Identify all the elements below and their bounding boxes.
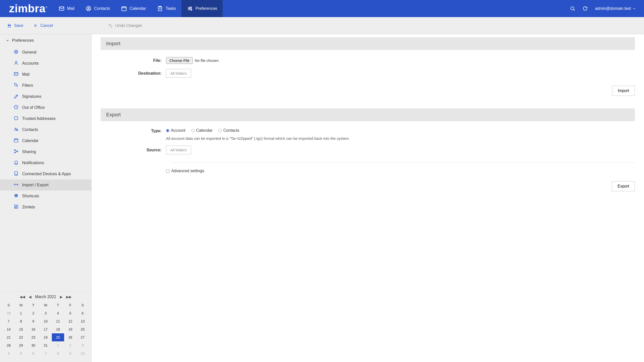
export-type-option-calendar[interactable]: Calendar bbox=[191, 128, 213, 133]
import-destination-button[interactable]: All folders bbox=[166, 69, 191, 78]
sidebar-item-notifications[interactable]: Notifications bbox=[0, 157, 91, 168]
calendar-day[interactable]: 25 bbox=[52, 333, 64, 341]
calendar-day[interactable]: 20 bbox=[76, 325, 89, 333]
sidebar-item-mail[interactable]: Mail bbox=[0, 69, 91, 80]
sidebar-item-import-export[interactable]: Import / Export bbox=[0, 179, 91, 191]
sidebar-heading[interactable]: Preferences bbox=[0, 34, 91, 47]
export-type-option-label: Contacts bbox=[223, 128, 239, 133]
accounts-icon bbox=[14, 60, 19, 66]
import-actions: Import bbox=[101, 81, 635, 96]
advanced-settings-input[interactable] bbox=[166, 169, 169, 173]
calendar-day[interactable]: 6 bbox=[27, 349, 39, 357]
calendar-day[interactable]: 18 bbox=[52, 325, 64, 333]
calendar-day[interactable]: 31 bbox=[39, 341, 52, 349]
calendar-day[interactable]: 8 bbox=[15, 317, 27, 325]
sidebar-item-out-of-office[interactable]: Out of Office bbox=[0, 102, 91, 113]
calendar-day[interactable]: 28 bbox=[3, 341, 15, 349]
save-icon bbox=[7, 23, 12, 28]
calendar-day[interactable]: 2 bbox=[64, 341, 76, 349]
calendar-day[interactable]: 1 bbox=[15, 309, 27, 317]
undo-icon bbox=[108, 23, 113, 28]
sidebar-item-label: General bbox=[22, 50, 36, 55]
sidebar-item-trusted-addresses[interactable]: Trusted Addresses bbox=[0, 113, 91, 124]
cancel-button[interactable]: Cancel bbox=[33, 23, 53, 28]
calendar-day[interactable]: 3 bbox=[39, 309, 52, 317]
cal-prev-month-icon[interactable]: ◀ bbox=[29, 295, 31, 299]
calendar-day[interactable]: 2 bbox=[27, 309, 39, 317]
mini-calendar: ◀◀ ◀ March 2021 ▶ ▶▶ SMTWTFS 28123456789… bbox=[0, 291, 91, 362]
calendar-day[interactable]: 4 bbox=[3, 349, 15, 357]
cal-prev-year-icon[interactable]: ◀◀ bbox=[20, 295, 25, 299]
calendar-day[interactable]: 7 bbox=[3, 317, 15, 325]
file-input[interactable]: Choose FileNo file chosen bbox=[166, 57, 219, 64]
sidebar-item-connected-devices-apps[interactable]: Connected Devices & Apps bbox=[0, 168, 91, 179]
nav-tab-contacts-label: Contacts bbox=[94, 6, 110, 11]
sidebar-item-calendar[interactable]: Calendar bbox=[0, 135, 91, 146]
nav-tab-contacts[interactable]: Contacts bbox=[80, 0, 115, 17]
nav-tab-tasks[interactable]: Tasks bbox=[151, 0, 181, 17]
save-button[interactable]: Save bbox=[7, 23, 23, 28]
sidebar-item-contacts[interactable]: Contacts bbox=[0, 124, 91, 135]
calendar-day[interactable]: 24 bbox=[39, 333, 52, 341]
calendar-day[interactable]: 14 bbox=[3, 325, 15, 333]
svg-point-13 bbox=[15, 61, 17, 63]
export-type-option-account[interactable]: Account bbox=[166, 128, 185, 133]
export-source-button[interactable]: All folders bbox=[166, 146, 191, 154]
nav-tab-mail[interactable]: Mail bbox=[53, 0, 80, 17]
nav-tab-preferences[interactable]: Preferences bbox=[181, 0, 223, 17]
export-type-radio-calendar[interactable] bbox=[191, 129, 195, 132]
calendar-day[interactable]: 21 bbox=[3, 333, 15, 341]
calendar-day[interactable]: 13 bbox=[76, 317, 89, 325]
calendar-day[interactable]: 19 bbox=[64, 325, 76, 333]
calendar-day[interactable]: 4 bbox=[52, 309, 64, 317]
calendar-day[interactable]: 12 bbox=[64, 317, 76, 325]
sidebar-item-label: Mail bbox=[22, 72, 29, 77]
calendar-day[interactable]: 10 bbox=[76, 349, 89, 357]
calendar-day[interactable]: 26 bbox=[64, 333, 76, 341]
export-type-radio-account[interactable] bbox=[166, 129, 169, 132]
calendar-day[interactable]: 7 bbox=[39, 349, 52, 357]
sidebar-item-sharing[interactable]: Sharing bbox=[0, 146, 91, 157]
sidebar-item-filters[interactable]: Filters bbox=[0, 80, 91, 91]
calendar-day[interactable]: 27 bbox=[76, 333, 89, 341]
nav-tab-calendar[interactable]: Calendar bbox=[115, 0, 151, 17]
calendar-day[interactable]: 1 bbox=[52, 341, 64, 349]
sidebar-item-accounts[interactable]: Accounts bbox=[0, 58, 91, 69]
calendar-day[interactable]: 8 bbox=[52, 349, 64, 357]
choose-file-button[interactable]: Choose File bbox=[166, 57, 193, 64]
cal-next-month-icon[interactable]: ▶ bbox=[60, 295, 63, 299]
export-type-option-contacts[interactable]: Contacts bbox=[219, 128, 239, 133]
advanced-settings-checkbox[interactable]: Advanced settings bbox=[166, 169, 204, 173]
calendar-day[interactable]: 23 bbox=[27, 333, 39, 341]
mini-calendar-title[interactable]: March 2021 bbox=[35, 295, 56, 299]
calendar-day[interactable]: 3 bbox=[76, 341, 89, 349]
calendar-day[interactable]: 5 bbox=[64, 309, 76, 317]
export-type-radio-contacts[interactable] bbox=[219, 129, 222, 132]
chevron-down-icon bbox=[632, 7, 636, 10]
calendar-day[interactable]: 28 bbox=[3, 309, 15, 317]
calendar-day[interactable]: 9 bbox=[27, 317, 39, 325]
calendar-day[interactable]: 9 bbox=[64, 349, 76, 357]
refresh-icon[interactable] bbox=[582, 6, 588, 11]
undo-changes-label: Undo Changes bbox=[115, 23, 142, 28]
import-button[interactable]: Import bbox=[612, 86, 635, 96]
calendar-day[interactable]: 17 bbox=[39, 325, 52, 333]
export-button[interactable]: Export bbox=[612, 181, 635, 191]
user-menu[interactable]: admin@domain.test bbox=[595, 6, 636, 11]
calendar-day[interactable]: 6 bbox=[76, 309, 89, 317]
calendar-day[interactable]: 22 bbox=[15, 333, 27, 341]
calendar-day[interactable]: 10 bbox=[39, 317, 52, 325]
calendar-day[interactable]: 29 bbox=[15, 341, 27, 349]
cal-next-year-icon[interactable]: ▶▶ bbox=[66, 295, 72, 299]
sidebar-item-general[interactable]: General bbox=[0, 47, 91, 58]
sidebar-item-signatures[interactable]: Signatures bbox=[0, 91, 91, 102]
calendar-day[interactable]: 30 bbox=[27, 341, 39, 349]
sidebar-item-shortcuts[interactable]: Shortcuts bbox=[0, 191, 91, 202]
sidebar-item-zimlets[interactable]: ZZimlets bbox=[0, 202, 91, 213]
calendar-day[interactable]: 16 bbox=[27, 325, 39, 333]
search-icon[interactable] bbox=[570, 6, 575, 11]
undo-changes-button: Undo Changes bbox=[108, 23, 142, 28]
calendar-day[interactable]: 15 bbox=[15, 325, 27, 333]
calendar-day[interactable]: 11 bbox=[52, 317, 64, 325]
calendar-day[interactable]: 5 bbox=[15, 349, 27, 357]
